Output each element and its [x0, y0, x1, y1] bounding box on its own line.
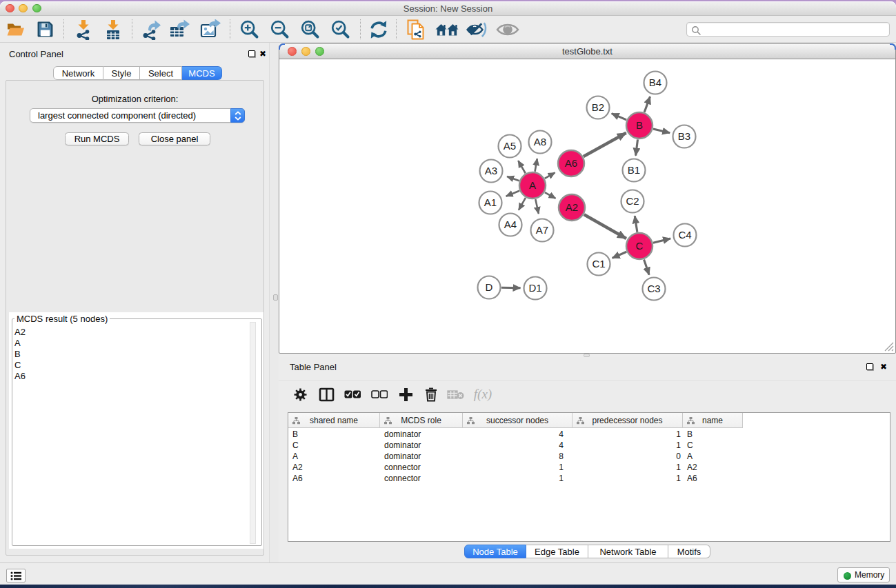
- float-panel-icon[interactable]: [248, 50, 255, 57]
- table-cell[interactable]: 1: [573, 429, 681, 440]
- graph-edge-C-C1[interactable]: [613, 252, 627, 258]
- run-mcds-button[interactable]: Run MCDS: [65, 132, 129, 145]
- result-item[interactable]: B: [14, 349, 26, 360]
- graph-edge-B-B2[interactable]: [612, 114, 626, 120]
- graph-edge-A6-B[interactable]: [584, 133, 626, 156]
- graph-edge-A-A7[interactable]: [535, 199, 539, 214]
- vertical-split-divider[interactable]: [269, 43, 279, 562]
- table-cell[interactable]: dominator: [384, 451, 459, 462]
- table-cell[interactable]: dominator: [384, 429, 459, 440]
- table-cell[interactable]: 1: [573, 440, 681, 451]
- tab-network-table[interactable]: Network Table: [588, 545, 668, 558]
- table-cell[interactable]: A: [687, 451, 739, 462]
- search-field[interactable]: [686, 22, 890, 37]
- result-item[interactable]: A6: [14, 371, 26, 382]
- delete-column-icon[interactable]: [424, 382, 439, 407]
- dropdown-stepper-icon[interactable]: [230, 108, 245, 123]
- tab-node-table[interactable]: Node Table: [464, 545, 526, 558]
- search-input[interactable]: [702, 23, 885, 35]
- show-selected-icon[interactable]: [496, 16, 519, 43]
- table-cell[interactable]: connector: [384, 462, 459, 473]
- column-header-successor-nodes[interactable]: successor nodes: [463, 413, 573, 428]
- delete-table-icon[interactable]: [446, 382, 466, 407]
- table-row[interactable]: A6connector11A6: [288, 473, 890, 484]
- table-row[interactable]: A2connector11A2: [288, 462, 890, 473]
- add-column-icon[interactable]: [397, 382, 414, 407]
- graph-edge-B-B3[interactable]: [653, 129, 670, 133]
- graph-edge-A2-C[interactable]: [584, 214, 626, 239]
- table-cell[interactable]: B: [292, 429, 375, 440]
- mcds-result-list[interactable]: A2 A B C A6: [14, 327, 26, 382]
- tab-style[interactable]: Style: [103, 66, 140, 80]
- split-columns-icon[interactable]: [318, 382, 335, 407]
- close-panel-button[interactable]: Close panel: [139, 132, 210, 145]
- table-row[interactable]: Adominator80A: [288, 451, 890, 462]
- graph-edge-B-B4[interactable]: [644, 97, 650, 112]
- result-item[interactable]: A2: [14, 327, 26, 338]
- refresh-icon[interactable]: [368, 16, 390, 43]
- result-item[interactable]: A: [14, 338, 26, 349]
- column-header-MCDS-role[interactable]: MCDS role: [380, 413, 463, 428]
- criterion-dropdown[interactable]: largest connected component (directed): [30, 108, 245, 123]
- export-image-icon[interactable]: [199, 16, 222, 43]
- column-header-predecessor-nodes[interactable]: predecessor nodes: [573, 413, 683, 428]
- graph-edge-A-A2[interactable]: [545, 192, 556, 199]
- unselect-all-checkboxes-icon[interactable]: [370, 382, 388, 407]
- float-table-panel-icon[interactable]: [866, 363, 873, 370]
- show-all-networks-icon[interactable]: [435, 16, 459, 43]
- column-header-shared-name[interactable]: shared name: [288, 413, 380, 428]
- table-cell[interactable]: 1: [463, 473, 564, 484]
- graph-edge-A-A4[interactable]: [519, 198, 526, 210]
- zoom-out-icon[interactable]: [268, 16, 290, 43]
- column-header-name[interactable]: name: [683, 413, 743, 428]
- select-all-checkboxes-icon[interactable]: [344, 382, 361, 407]
- network-window-titlebar[interactable]: testGlobe.txt: [279, 44, 895, 59]
- graph-edge-A-A3[interactable]: [507, 176, 519, 181]
- table-cell[interactable]: dominator: [384, 440, 459, 451]
- tab-motifs[interactable]: Motifs: [668, 545, 710, 558]
- import-network-icon[interactable]: [72, 16, 94, 43]
- tab-network[interactable]: Network: [53, 66, 103, 80]
- export-table-icon[interactable]: [168, 16, 191, 43]
- table-row[interactable]: Bdominator41B: [288, 429, 890, 440]
- table-cell[interactable]: A: [292, 451, 375, 462]
- table-cell[interactable]: 4: [463, 429, 564, 440]
- hide-selected-icon[interactable]: [466, 16, 489, 43]
- vertical-split-knob[interactable]: [273, 294, 278, 301]
- table-cell[interactable]: 4: [463, 440, 564, 451]
- clone-network-icon[interactable]: [406, 16, 428, 43]
- memory-button[interactable]: Memory: [837, 567, 890, 582]
- table-cell[interactable]: 8: [463, 451, 564, 462]
- graph-edge-B-B1[interactable]: [636, 139, 638, 155]
- save-session-icon[interactable]: [34, 16, 56, 43]
- table-cell[interactable]: 1: [573, 462, 681, 473]
- close-table-panel-icon[interactable]: ✖: [880, 363, 887, 370]
- table-cell[interactable]: A2: [687, 462, 739, 473]
- graph-edge-C-C4[interactable]: [653, 239, 670, 243]
- zoom-selected-icon[interactable]: [329, 16, 351, 43]
- table-cell[interactable]: 1: [573, 473, 681, 484]
- tab-edge-table[interactable]: Edge Table: [526, 545, 588, 558]
- table-cell[interactable]: A2: [292, 462, 375, 473]
- graph-edge-A-A1[interactable]: [506, 191, 519, 196]
- graph-edge-C-C3[interactable]: [644, 259, 650, 274]
- table-cell[interactable]: 0: [573, 451, 681, 462]
- resize-grip[interactable]: [882, 340, 894, 352]
- graph-edge-A-A8[interactable]: [535, 159, 537, 172]
- table-cell[interactable]: C: [687, 440, 739, 451]
- zoom-fit-icon[interactable]: [299, 16, 321, 43]
- gear-icon[interactable]: [292, 382, 308, 407]
- import-table-icon[interactable]: [102, 16, 124, 43]
- export-network-icon[interactable]: [140, 16, 162, 43]
- table-cell[interactable]: A6: [292, 473, 375, 484]
- zoom-in-icon[interactable]: [238, 16, 260, 43]
- result-item[interactable]: C: [14, 360, 26, 371]
- table-cell[interactable]: A6: [687, 473, 739, 484]
- function-builder-icon[interactable]: f(x): [470, 382, 495, 407]
- tab-mcds[interactable]: MCDS: [182, 66, 222, 80]
- table-cell[interactable]: B: [687, 429, 739, 440]
- result-scrollbar[interactable]: [250, 322, 256, 544]
- graph-edge-C-C2[interactable]: [635, 216, 637, 232]
- table-row[interactable]: Cdominator41C: [288, 440, 890, 451]
- table-cell[interactable]: 1: [463, 462, 564, 473]
